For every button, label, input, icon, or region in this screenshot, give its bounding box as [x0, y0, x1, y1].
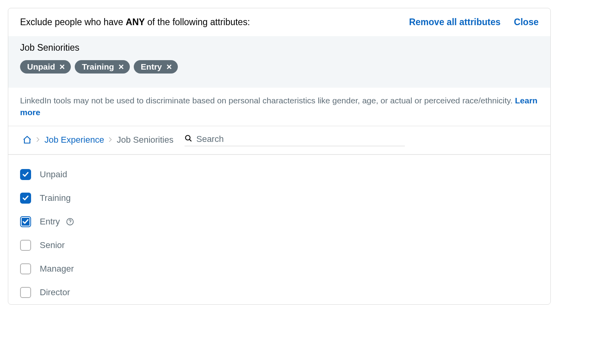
option-label: Unpaid	[40, 169, 67, 180]
exclude-attributes-panel: Exclude people who have ANY of the follo…	[8, 8, 551, 305]
option-row-director: Director	[20, 281, 539, 304]
remove-all-button[interactable]: Remove all attributes	[409, 17, 501, 28]
option-label: Senior	[40, 240, 65, 250]
disclaimer-text: LinkedIn tools may not be used to discri…	[20, 96, 515, 105]
disclaimer: LinkedIn tools may not be used to discri…	[8, 88, 550, 126]
checkbox[interactable]	[20, 216, 31, 227]
option-row-unpaid: Unpaid	[20, 163, 539, 186]
chevron-right-icon	[109, 137, 112, 143]
search-field[interactable]	[185, 134, 405, 146]
chip-label: Training	[82, 62, 114, 72]
chips-row: Unpaid Training Entry	[20, 60, 539, 74]
option-label: Manager	[40, 264, 74, 274]
help-icon[interactable]	[66, 218, 74, 226]
close-icon[interactable]	[118, 64, 124, 70]
selected-chips-section: Job Seniorities Unpaid Training Entry	[8, 36, 550, 88]
checkbox[interactable]	[20, 193, 31, 204]
breadcrumb: Job Experience Job Seniorities	[8, 126, 550, 155]
close-icon[interactable]	[166, 64, 172, 70]
chip-label: Unpaid	[27, 62, 55, 72]
home-icon[interactable]	[22, 135, 32, 145]
chevron-right-icon	[37, 137, 40, 143]
chip-training: Training	[75, 60, 130, 74]
chip-label: Entry	[141, 62, 162, 72]
chip-unpaid: Unpaid	[20, 60, 71, 74]
panel-title: Exclude people who have ANY of the follo…	[20, 17, 250, 28]
breadcrumb-current: Job Seniorities	[117, 135, 173, 145]
panel-header: Exclude people who have ANY of the follo…	[8, 8, 550, 36]
close-icon[interactable]	[59, 64, 65, 70]
option-label: Training	[40, 193, 71, 203]
svg-point-2	[70, 223, 70, 224]
title-prefix: Exclude people who have	[20, 17, 126, 27]
checkbox[interactable]	[20, 263, 31, 274]
option-row-entry: Entry	[20, 210, 539, 233]
option-row-training: Training	[20, 186, 539, 210]
option-row-senior: Senior	[20, 233, 539, 257]
title-suffix: of the following attributes:	[145, 17, 250, 27]
chip-entry: Entry	[134, 60, 178, 74]
option-row-manager: Manager	[20, 257, 539, 281]
chips-section-title: Job Seniorities	[20, 42, 539, 53]
option-label: Entry	[40, 217, 60, 227]
header-actions: Remove all attributes Close	[409, 17, 539, 28]
breadcrumb-link-job-experience[interactable]: Job Experience	[44, 135, 104, 145]
checkbox[interactable]	[20, 240, 31, 251]
title-bold: ANY	[126, 17, 145, 27]
search-input[interactable]	[196, 134, 405, 144]
checkbox[interactable]	[20, 169, 31, 180]
checkbox[interactable]	[20, 287, 31, 298]
close-button[interactable]: Close	[514, 17, 539, 28]
option-label: Director	[40, 287, 70, 298]
options-list: Unpaid Training Entry Senior	[8, 155, 550, 304]
svg-point-0	[185, 135, 190, 140]
search-icon	[185, 134, 192, 144]
